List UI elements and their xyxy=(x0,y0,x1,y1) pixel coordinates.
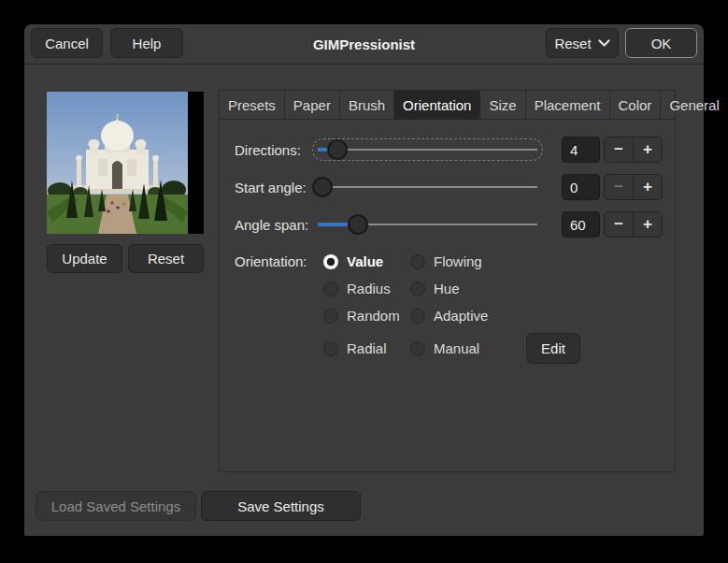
tab-placement[interactable]: Placement xyxy=(526,91,610,120)
load-saved-settings-button[interactable]: Load Saved Settings xyxy=(36,491,196,521)
radio-button-icon[interactable] xyxy=(323,309,338,324)
radio-button-icon[interactable] xyxy=(323,282,338,296)
radio-random[interactable]: Random xyxy=(323,308,410,324)
orientation-radio-group: Orientation: Value Flowing Radius xyxy=(235,252,580,364)
radio-flowing[interactable]: Flowing xyxy=(410,253,521,269)
tab-bar: Presets Paper Brush Orientation Size Pla… xyxy=(220,91,675,120)
radio-button-icon[interactable] xyxy=(323,254,338,269)
directions-slider[interactable] xyxy=(312,138,543,161)
radio-label: Radius xyxy=(347,281,391,296)
directions-row: Directions: 4 − + xyxy=(220,136,675,164)
tab-presets[interactable]: Presets xyxy=(220,91,285,120)
radio-button-icon[interactable] xyxy=(410,254,425,269)
angle-span-value-entry[interactable]: 60 xyxy=(562,211,600,238)
tab-orientation[interactable]: Orientation xyxy=(394,91,480,120)
radio-label: Adaptive xyxy=(434,308,488,324)
edit-button[interactable]: Edit xyxy=(526,333,580,364)
settings-notebook: Presets Paper Brush Orientation Size Pla… xyxy=(219,90,676,472)
start-angle-spin-buttons: − + xyxy=(604,174,663,200)
slider-track[interactable] xyxy=(318,186,537,188)
angle-span-row: Angle span: 60 − + xyxy=(220,210,675,238)
slider-thumb[interactable] xyxy=(327,139,348,160)
start-angle-value-entry[interactable]: 0 xyxy=(562,174,600,200)
radio-label: Manual xyxy=(434,340,479,356)
tab-paper[interactable]: Paper xyxy=(285,91,340,120)
preview-image xyxy=(47,92,204,234)
radio-label: Flowing xyxy=(434,253,482,269)
taj-mahal-preview-graphic xyxy=(47,92,188,234)
radio-label: Value xyxy=(347,253,383,269)
radio-button-icon[interactable] xyxy=(410,282,425,296)
radio-value[interactable]: Value xyxy=(323,253,410,269)
start-angle-slider[interactable] xyxy=(312,176,543,198)
reset-dropdown-label: Reset xyxy=(554,36,591,51)
radio-button-icon[interactable] xyxy=(410,309,425,324)
ok-button[interactable]: OK xyxy=(625,28,697,58)
plus-icon[interactable]: + xyxy=(634,212,662,237)
minus-icon[interactable]: − xyxy=(605,137,634,162)
minus-icon[interactable]: − xyxy=(605,175,634,199)
angle-span-spin-buttons: − + xyxy=(604,211,663,238)
start-angle-label: Start angle: xyxy=(235,173,317,201)
radio-label: Hue xyxy=(434,281,460,296)
tab-general[interactable]: General xyxy=(661,91,728,120)
save-settings-button[interactable]: Save Settings xyxy=(201,491,361,521)
chevron-down-icon xyxy=(598,39,610,48)
slider-thumb[interactable] xyxy=(348,214,368,235)
radio-label: Radial xyxy=(347,340,387,356)
radio-manual[interactable]: Manual xyxy=(410,340,521,356)
update-button[interactable]: Update xyxy=(47,244,122,273)
slider-thumb[interactable] xyxy=(312,177,333,197)
angle-span-slider[interactable] xyxy=(312,213,543,236)
minus-icon[interactable]: − xyxy=(605,212,634,237)
radio-radial[interactable]: Radial xyxy=(323,340,410,356)
angle-span-label: Angle span: xyxy=(235,210,317,238)
tab-size[interactable]: Size xyxy=(480,91,525,120)
radio-button-icon[interactable] xyxy=(410,341,425,356)
directions-value-entry[interactable]: 4 xyxy=(562,137,600,163)
reset-dropdown-button[interactable]: Reset xyxy=(546,28,619,58)
help-button[interactable]: Help xyxy=(110,28,183,58)
start-angle-row: Start angle: 0 − + xyxy=(220,173,675,201)
tab-color[interactable]: Color xyxy=(610,91,662,120)
plus-icon[interactable]: + xyxy=(634,175,662,199)
radio-hue[interactable]: Hue xyxy=(410,281,521,296)
gimpressionist-dialog: GIMPressionist Cancel Help Reset OK xyxy=(24,24,704,536)
plus-icon[interactable]: + xyxy=(634,137,662,162)
header-bar: GIMPressionist Cancel Help Reset OK xyxy=(24,24,704,65)
orientation-group-label: Orientation: xyxy=(235,253,323,269)
radio-radius[interactable]: Radius xyxy=(323,281,410,296)
slider-track[interactable] xyxy=(318,149,537,151)
directions-label: Directions: xyxy=(235,136,317,164)
reset-preview-button[interactable]: Reset xyxy=(128,244,204,273)
radio-button-icon[interactable] xyxy=(323,341,338,356)
cancel-button[interactable]: Cancel xyxy=(31,28,103,58)
directions-spin-buttons: − + xyxy=(604,137,663,163)
radio-label: Random xyxy=(347,308,400,324)
tab-brush[interactable]: Brush xyxy=(340,91,394,120)
radio-adaptive[interactable]: Adaptive xyxy=(410,308,521,324)
